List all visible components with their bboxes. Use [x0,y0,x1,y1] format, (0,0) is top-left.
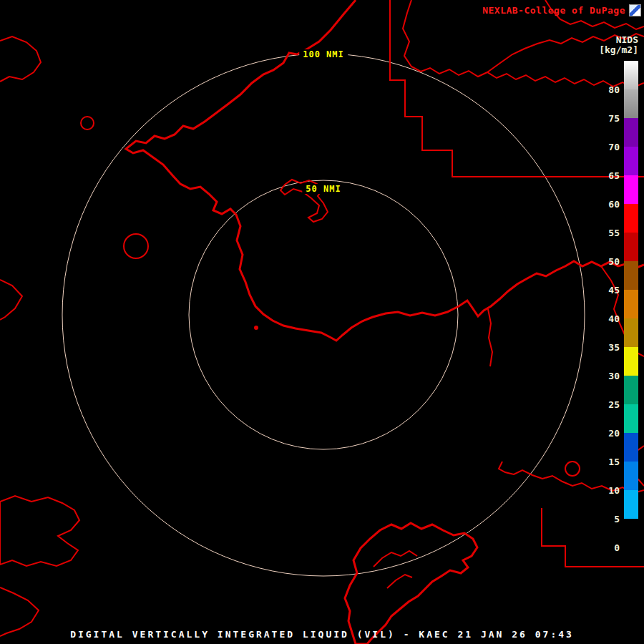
colorbar-segment [624,318,638,347]
colorbar-segment [624,347,638,376]
colorbar-segment [624,118,638,147]
coastline-left-bottom [0,496,79,566]
colorbar-tick: 15 [595,457,620,467]
colorbar-tick: 60 [595,199,620,210]
coastline-bottom-right [499,462,644,493]
colorbar-tick: 75 [595,113,620,124]
brand: NEXLAB-College of DuPage [482,4,641,16]
colorbar-segment [624,519,638,547]
range-ring-100nmi [62,54,585,576]
small-lake-upper-left [81,117,94,130]
legend-header: NIDS [kg/m2] [544,35,638,55]
colorbar-segment [624,547,638,565]
colorbar-tick: 35 [595,342,620,353]
colorbar-segment [624,433,638,462]
colorbar-segment [624,89,638,118]
colorbar-tick: 50 [595,256,620,267]
coastline-south-island [345,523,477,644]
colorbar [624,61,638,565]
colorbar-segment [624,290,638,318]
colorbar-segment [624,376,638,404]
small-lake-right [565,462,580,476]
colorbar-tick: 20 [595,428,620,439]
colorbar-segment [624,261,638,290]
colorbar-segment [624,462,638,490]
colorbar-segment [624,175,638,204]
colorbar-tick: 30 [595,371,620,381]
radar-map [0,0,644,644]
range-ring-label-50nmi: 50 NMI [302,184,344,194]
river-inlet [488,309,492,366]
colorbar-tick: 40 [595,313,620,324]
brand-text: NEXLAB-College of DuPage [482,5,625,16]
colorbar-tick: 10 [595,485,620,496]
colorbar-segment [624,204,638,233]
colorbar-tick: 5 [595,514,620,525]
small-lake-left [124,234,148,258]
small-island-center [254,326,258,330]
nexlab-logo-icon [629,4,641,16]
colorbar-segment [624,147,638,175]
colorbar-tick: 25 [595,399,620,410]
product-title: DIGITAL VERTICALLY INTEGRATED LIQUID (VI… [0,629,644,640]
colorbar-tick: 0 [595,542,620,553]
colorbar-ticks: 80757065605550454035302520151050 [595,0,620,644]
colorbar-segment [624,233,638,261]
colorbar-tick: 45 [595,285,620,296]
legend-units: [kg/m2] [544,45,638,55]
island-interior-line-1 [374,551,417,567]
range-ring-label-100nmi: 100 NMI [299,49,348,59]
radar-screen: { "header": { "brand": "NEXLAB-College o… [0,0,644,644]
colorbar-segment [624,490,638,519]
legend-title: NIDS [544,35,638,45]
island-interior-line-2 [387,575,412,588]
colorbar-tick: 65 [595,170,620,181]
coastline-left-top [0,36,41,82]
colorbar-tick: 70 [595,142,620,152]
colorbar-tick: 55 [595,228,620,238]
colorbar-tick: 80 [595,84,620,95]
colorbar-segment [624,404,638,433]
coastline-left-middle [0,280,22,320]
colorbar-segment [624,61,638,89]
